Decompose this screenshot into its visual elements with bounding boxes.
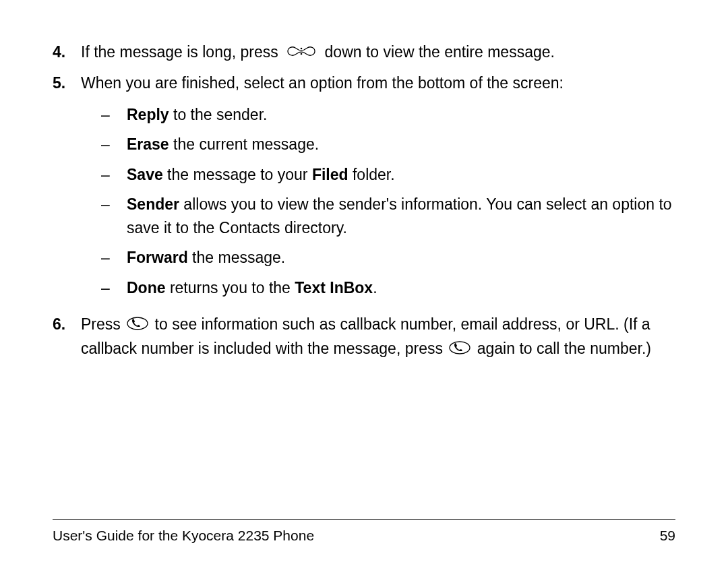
step-number: 4. — [53, 40, 81, 65]
bold-term: Filed — [312, 166, 348, 183]
sub-item: –Sender allows you to view the sender's … — [81, 193, 675, 239]
sub-bullet: – — [101, 163, 127, 187]
sub-bullet: – — [101, 103, 127, 127]
sub-bullet: – — [101, 193, 127, 239]
sub-item: –Done returns you to the Text InBox. — [81, 276, 675, 300]
step-text: If the message is long, press down to vi… — [81, 40, 675, 65]
sub-body: Done returns you to the Text InBox. — [127, 276, 675, 300]
call-key-icon — [448, 338, 471, 362]
sub-bullet: – — [101, 276, 127, 300]
footer-title: User's Guide for the Kyocera 2235 Phone — [53, 525, 314, 547]
sub-item: –Reply to the sender. — [81, 103, 675, 127]
sub-list: –Reply to the sender.–Erase the current … — [81, 103, 675, 300]
svg-point-3 — [450, 342, 470, 354]
step-item: 4.If the message is long, press down to … — [53, 40, 675, 65]
sub-body: Sender allows you to view the sender's i… — [127, 193, 675, 239]
call-key-icon — [126, 314, 149, 338]
step-item: 6.Press to see information such as callb… — [53, 313, 675, 361]
step-text: Press to see information such as callbac… — [81, 313, 675, 361]
svg-point-2 — [127, 317, 148, 330]
bold-term: Forward — [127, 249, 188, 266]
step-body: Press to see information such as callbac… — [81, 313, 675, 361]
sub-body: Reply to the sender. — [127, 103, 675, 127]
sub-bullet: – — [101, 246, 127, 270]
svg-point-1 — [301, 53, 303, 55]
sub-item: –Save the message to your Filed folder. — [81, 163, 675, 187]
svg-point-0 — [301, 47, 303, 49]
document-body: 4.If the message is long, press down to … — [53, 40, 675, 362]
bold-term: Erase — [127, 135, 169, 153]
step-item: 5.When you are finished, select an optio… — [53, 71, 675, 306]
sub-body: Erase the current message. — [127, 133, 675, 156]
sub-item: –Forward the message. — [81, 246, 675, 270]
bold-term: Save — [127, 166, 163, 183]
sub-body: Save the message to your Filed folder. — [127, 163, 675, 187]
bold-term: Sender — [127, 195, 179, 213]
step-body: When you are finished, select an option … — [81, 71, 675, 306]
nav-key-icon — [285, 42, 317, 65]
sub-item: –Erase the current message. — [81, 133, 675, 156]
step-number: 5. — [53, 71, 81, 306]
bold-term: Done — [127, 279, 166, 296]
sub-bullet: – — [101, 133, 127, 156]
step-body: If the message is long, press down to vi… — [81, 40, 675, 65]
page-footer: User's Guide for the Kyocera 2235 Phone … — [53, 519, 675, 547]
sub-body: Forward the message. — [127, 246, 675, 270]
footer-rule — [53, 519, 675, 520]
step-text: When you are finished, select an option … — [81, 71, 675, 95]
bold-term: Reply — [127, 106, 169, 123]
step-number: 6. — [53, 313, 81, 361]
bold-term: Text InBox — [295, 279, 373, 296]
page-number: 59 — [660, 525, 675, 547]
